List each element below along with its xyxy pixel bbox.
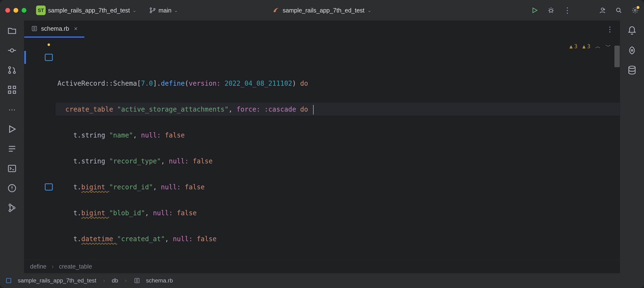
more-actions-button[interactable]: ⋮	[564, 7, 571, 14]
svg-rect-14	[13, 91, 16, 93]
svg-point-17	[9, 204, 11, 206]
terminal-tool-button[interactable]	[7, 164, 17, 173]
statusbar: sample_rails_app_7th_ed_test › db › sche…	[0, 273, 644, 288]
tab-schema[interactable]: schema.rb ×	[24, 21, 84, 38]
code-with-me-button[interactable]	[599, 7, 606, 14]
status-file[interactable]: schema.rb	[146, 277, 173, 284]
inspections-widget[interactable]: ▲3 ▲3 ︿ ﹀	[570, 40, 611, 53]
run-config-selector[interactable]: sample_rails_app_7th_ed_test ⌄	[272, 7, 372, 14]
svg-rect-15	[8, 165, 16, 172]
status-project[interactable]: sample_rails_app_7th_ed_test	[18, 277, 96, 284]
prev-highlight-button[interactable]: ︿	[595, 40, 601, 53]
table-gutter-icon[interactable]	[44, 52, 54, 62]
chevron-down-icon: ⌄	[174, 7, 178, 13]
project-name: sample_rails_app_7th_ed_test	[48, 7, 130, 14]
branch-name: main	[158, 7, 172, 14]
run-config-name: sample_rails_app_7th_ed_test	[282, 7, 364, 14]
todo-tool-button[interactable]	[7, 144, 17, 154]
svg-point-6	[634, 9, 636, 11]
svg-point-23	[631, 50, 633, 51]
minimize-window-button[interactable]	[14, 8, 18, 13]
problems-tool-button[interactable]	[7, 183, 17, 193]
gutter: ●	[38, 38, 56, 260]
svg-rect-13	[8, 91, 11, 93]
next-highlight-button[interactable]: ﹀	[606, 40, 611, 53]
warning-count-1: 3	[574, 40, 578, 53]
commit-tool-button[interactable]	[7, 46, 17, 55]
window-controls	[5, 8, 26, 13]
ruby-file-icon	[31, 25, 38, 32]
chevron-right-icon: ›	[103, 277, 105, 284]
branch-icon	[149, 7, 156, 14]
warning-count-2: 3	[587, 40, 590, 53]
settings-button[interactable]	[632, 7, 639, 14]
svg-point-5	[616, 8, 620, 12]
warning-icon: ▲	[582, 40, 586, 53]
run-button[interactable]	[531, 7, 538, 14]
warning-icon: ▲	[570, 40, 573, 53]
crumb-create-table[interactable]: create_table	[59, 263, 92, 270]
run-tool-button[interactable]	[7, 124, 17, 134]
notifications-button[interactable]	[627, 26, 637, 35]
tab-filename: schema.rb	[41, 25, 69, 32]
crumb-define[interactable]: define	[30, 263, 46, 270]
vcs-tool-button[interactable]	[7, 203, 17, 213]
rails-icon	[272, 7, 280, 14]
glyph-margin	[24, 38, 38, 260]
svg-rect-12	[13, 86, 16, 89]
svg-rect-22	[45, 184, 52, 190]
project-tool-button[interactable]	[7, 26, 17, 35]
tab-options-button[interactable]: ⋮	[600, 21, 620, 38]
breadcrumbs[interactable]: define › create_table	[24, 260, 620, 273]
code-area[interactable]: ▲3 ▲3 ︿ ﹀ ActiveRecord::Schema[7.0].defi…	[56, 38, 620, 260]
structure-tool-button[interactable]	[7, 85, 17, 95]
svg-point-9	[9, 71, 10, 73]
chevron-down-icon: ⌄	[368, 7, 372, 13]
branch-selector[interactable]: main ⌄	[149, 7, 178, 14]
chevron-right-icon: ›	[125, 277, 127, 284]
svg-point-24	[629, 66, 635, 68]
breakpoint-icon[interactable]: ●	[44, 40, 54, 49]
titlebar: ST sample_rails_app_7th_ed_test ⌄ main ⌄…	[0, 0, 644, 21]
database-tool-button[interactable]	[627, 65, 637, 75]
svg-rect-11	[8, 86, 11, 89]
svg-point-2	[154, 8, 155, 10]
close-tab-button[interactable]: ×	[74, 25, 78, 32]
search-button[interactable]	[615, 7, 622, 14]
editor-tabs: schema.rb × ⋮	[24, 21, 620, 38]
maximize-window-button[interactable]	[22, 8, 26, 13]
svg-point-10	[14, 71, 16, 73]
close-window-button[interactable]	[5, 8, 10, 13]
svg-rect-21	[45, 54, 52, 61]
module-icon	[5, 277, 12, 284]
svg-point-0	[150, 8, 152, 9]
svg-point-8	[9, 67, 10, 69]
chevron-down-icon: ⌄	[132, 7, 136, 13]
project-selector[interactable]: ST sample_rails_app_7th_ed_test ⌄	[36, 5, 136, 15]
scrollbar[interactable]	[614, 46, 620, 67]
status-folder[interactable]: db	[112, 277, 118, 284]
table-gutter-icon[interactable]	[44, 182, 54, 192]
svg-point-18	[9, 210, 11, 212]
text-cursor	[313, 105, 314, 114]
left-tool-rail: ⋯	[0, 21, 24, 273]
svg-point-1	[150, 11, 152, 13]
ruby-file-icon	[134, 277, 140, 284]
svg-point-7	[10, 49, 14, 52]
right-tool-rail	[620, 21, 644, 273]
svg-point-4	[601, 8, 604, 10]
more-tool-button[interactable]: ⋯	[7, 105, 17, 114]
ai-assistant-button[interactable]	[627, 46, 637, 55]
editor[interactable]: ● ▲3 ▲3 ︿ ﹀ ActiveRecord::Schema[7.0].de…	[24, 38, 620, 260]
project-badge: ST	[36, 5, 46, 15]
chevron-right-icon: ›	[52, 263, 54, 270]
debug-button[interactable]	[548, 7, 554, 14]
svg-point-19	[13, 207, 15, 209]
pull-requests-tool-button[interactable]	[7, 65, 17, 75]
svg-point-3	[550, 9, 553, 12]
caret-line-indicator	[24, 51, 26, 64]
svg-rect-25	[6, 279, 11, 283]
